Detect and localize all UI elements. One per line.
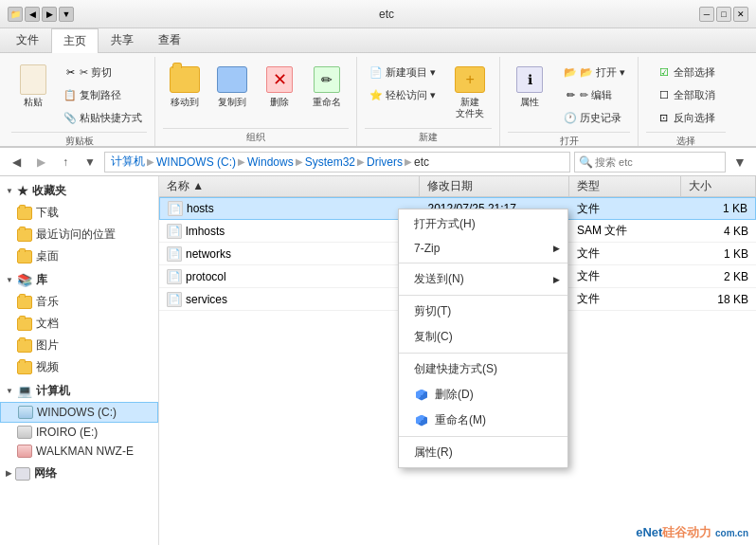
images-label: 图片 <box>36 337 59 354</box>
delete-button[interactable]: ✕ 删除 <box>258 61 301 112</box>
forward-button[interactable]: ▶ <box>30 152 51 173</box>
new-folder-label: 新建文件夹 <box>456 97 484 119</box>
select-all-label: 全部选择 <box>674 65 715 80</box>
bc-sep5: ▶ <box>405 156 412 167</box>
tab-share[interactable]: 共享 <box>99 27 146 52</box>
bc-sep3: ▶ <box>296 156 303 167</box>
rename-icon: ✏ <box>312 64 342 95</box>
col-header-type[interactable]: 类型 <box>569 176 681 196</box>
easy-access-button[interactable]: ⭐ 轻松访问 ▾ <box>365 85 441 105</box>
menu-cut[interactable]: 剪切(T) <box>399 299 567 324</box>
select-all-button[interactable]: ☑ 全部选择 <box>653 63 720 82</box>
services-type: 文件 <box>569 291 681 307</box>
bc-computer[interactable]: 计算机 <box>111 154 145 170</box>
sidebar-item-recent[interactable]: 最近访问的位置 <box>0 224 158 245</box>
libraries-icon: 📚 <box>17 273 32 287</box>
close-button[interactable]: ✕ <box>733 7 748 22</box>
sidebar-item-windows-c[interactable]: WINDOWS (C:) <box>0 402 158 423</box>
bc-drivers[interactable]: Drivers <box>367 155 403 169</box>
ribbon-group-select: ☑ 全部选择 ☐ 全部取消 ⊡ 反向选择 选择 <box>639 57 733 146</box>
clipboard-items: 粘贴 ✂ ✂ 剪切 📋 复制路径 📎 粘贴快捷方式 <box>11 57 147 132</box>
search-input[interactable] <box>595 156 721 168</box>
protocol-type: 文件 <box>569 268 681 284</box>
bc-system32[interactable]: System32 <box>305 155 355 169</box>
tab-view[interactable]: 查看 <box>146 27 193 52</box>
new-folder-button[interactable]: + 新建文件夹 <box>448 61 492 123</box>
bc-etc: etc <box>414 155 429 169</box>
search-box[interactable]: 🔍 <box>574 152 726 173</box>
properties-button[interactable]: ℹ 属性 <box>508 61 551 112</box>
sidebar-favorites-header[interactable]: ▼ ★ 收藏夹 <box>0 180 158 202</box>
menu-open-with[interactable]: 打开方式(H) <box>399 211 567 237</box>
open-button[interactable]: 📂 📂 打开 ▾ <box>559 63 630 82</box>
settings-button[interactable]: ▼ <box>729 152 750 173</box>
menu-copy[interactable]: 复制(C) <box>399 324 567 350</box>
new-item-button[interactable]: 📄 新建项目 ▾ <box>365 63 441 82</box>
sidebar-item-docs[interactable]: 文档 <box>0 313 158 335</box>
favorites-icon: ★ <box>17 184 28 198</box>
back-button[interactable]: ◀ <box>6 152 27 173</box>
move-to-button[interactable]: 移动到 <box>163 61 207 112</box>
menu-properties[interactable]: 属性(R) <box>399 440 567 465</box>
copy-path-button[interactable]: 📋 复制路径 <box>59 85 147 105</box>
sidebar-computer-header[interactable]: ▼ 💻 计算机 <box>0 380 158 402</box>
tb-down-icon[interactable]: ▼ <box>59 7 74 22</box>
sidebar-network-header[interactable]: ▶ 网络 <box>0 463 158 484</box>
bc-windows-c[interactable]: WINDOWS (C:) <box>156 155 236 169</box>
invert-label: 反向选择 <box>674 111 715 125</box>
tab-home[interactable]: 主页 <box>51 28 99 53</box>
cut-button[interactable]: ✂ ✂ 剪切 <box>59 63 147 82</box>
deselect-all-button[interactable]: ☐ 全部取消 <box>653 85 720 105</box>
new-item-icon: 📄 <box>369 66 383 80</box>
paste-shortcut-button[interactable]: 📎 粘贴快捷方式 <box>59 108 147 128</box>
sidebar-item-walkman[interactable]: WALKMAN NWZ-E <box>0 442 158 461</box>
menu-7zip-label: 7-Zip <box>414 242 440 255</box>
sidebar-item-desktop[interactable]: 桌面 <box>0 245 158 267</box>
sidebar-section-favorites: ▼ ★ 收藏夹 下载 最近访问的位置 桌面 <box>0 180 158 267</box>
paste-icon <box>18 64 48 95</box>
expand-network-icon: ▶ <box>6 469 11 478</box>
expand-libraries-icon: ▼ <box>6 276 13 284</box>
col-header-date[interactable]: 修改日期 <box>420 176 569 196</box>
paste-shortcut-label: 粘贴快捷方式 <box>80 111 142 125</box>
copy-to-button[interactable]: 复制到 <box>210 61 254 112</box>
docs-label: 文档 <box>36 316 59 332</box>
window-title: etc <box>78 8 695 21</box>
menu-create-shortcut[interactable]: 创建快捷方式(S) <box>399 356 567 382</box>
recent-button[interactable]: ▼ <box>80 152 100 173</box>
edit-button[interactable]: ✏ ✏ 编辑 <box>559 85 630 105</box>
invert-icon: ⊡ <box>657 112 671 125</box>
watermark-suffix: 硅谷动力 <box>662 525 711 539</box>
col-header-name[interactable]: 名称 ▲ <box>159 176 420 196</box>
rename-label: 重命名 <box>313 97 341 108</box>
sidebar-item-downloads[interactable]: 下载 <box>0 202 158 224</box>
sidebar-section-network: ▶ 网络 <box>0 463 158 484</box>
network-icon <box>15 467 30 481</box>
sidebar-item-music[interactable]: 音乐 <box>0 291 158 313</box>
rename-button[interactable]: ✏ 重命名 <box>305 61 349 112</box>
tb-back-icon[interactable]: ◀ <box>25 7 40 22</box>
menu-7zip[interactable]: 7-Zip <box>399 237 567 260</box>
sidebar-item-video[interactable]: 视频 <box>0 356 158 378</box>
menu-open-with-label: 打开方式(H) <box>414 216 476 232</box>
new-item-label: 新建项目 ▾ <box>386 65 436 80</box>
sidebar-libraries-header[interactable]: ▼ 📚 库 <box>0 269 158 291</box>
history-button[interactable]: 🕐 历史记录 <box>559 108 630 128</box>
paste-button[interactable]: 粘贴 <box>11 61 55 112</box>
menu-send-to[interactable]: 发送到(N) <box>399 266 567 292</box>
iroiro-e-drive-icon <box>17 426 32 439</box>
ribbon-group-new: 📄 新建项目 ▾ ⭐ 轻松访问 ▾ + 新建文件夹 新建 <box>357 57 500 146</box>
tb-forward-icon[interactable]: ▶ <box>42 7 57 22</box>
up-button[interactable]: ↑ <box>55 152 76 173</box>
sidebar-item-iroiro-e[interactable]: IROIRO (E:) <box>0 423 158 442</box>
maximize-button[interactable]: □ <box>716 7 731 22</box>
bc-windows[interactable]: Windows <box>247 155 294 169</box>
minimize-button[interactable]: ─ <box>699 7 714 22</box>
network-label: 网络 <box>34 465 57 481</box>
tab-file[interactable]: 文件 <box>4 27 51 52</box>
invert-button[interactable]: ⊡ 反向选择 <box>653 108 720 128</box>
sidebar-item-images[interactable]: 图片 <box>0 335 158 356</box>
menu-delete[interactable]: 删除(D) <box>399 382 567 408</box>
menu-rename[interactable]: 重命名(M) <box>399 408 567 433</box>
col-header-size[interactable]: 大小 <box>681 176 756 196</box>
